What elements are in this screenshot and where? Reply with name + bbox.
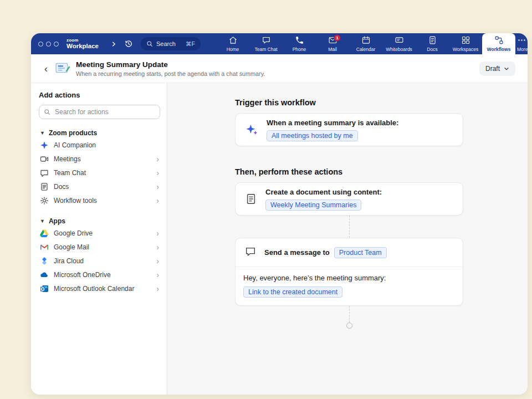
chevron-right-icon: › (156, 155, 159, 163)
ai-sparkle-icon (244, 122, 259, 137)
calendar-icon (361, 35, 371, 45)
draft-status-dropdown[interactable]: Draft (479, 62, 515, 76)
action-message-title: Send a message to (264, 248, 330, 257)
nav-tab-more[interactable]: More (515, 33, 528, 54)
section-zoom-products[interactable]: ▼ Zoom products (39, 128, 160, 138)
chevron-right-icon: › (156, 285, 159, 293)
sidebar-item-label: Google Drive (54, 229, 93, 237)
workflow-flow-column: Trigger this workflow When a meeting sum… (235, 83, 463, 329)
actions-search-box[interactable] (39, 105, 160, 119)
window-control-circle[interactable] (54, 42, 59, 47)
section-apps[interactable]: ▼ Apps (39, 216, 160, 226)
nav-tab-mail[interactable]: 1 Mail (316, 33, 349, 54)
nav-tabs: Home Team Chat Phone 1 Mail Calend (216, 33, 528, 54)
nav-tab-label: Phone (293, 47, 306, 52)
whiteboard-icon (395, 35, 404, 45)
chevron-right-icon: › (156, 271, 159, 279)
nav-tab-label: Team Chat (254, 47, 277, 52)
gear-icon (40, 196, 49, 205)
actions-heading: Then, perform these actions (235, 167, 463, 176)
nav-tab-label: Home (227, 47, 239, 52)
chevron-down-icon (504, 66, 509, 71)
nav-tab-label: Workflows (487, 47, 511, 52)
caret-down-icon: ▼ (40, 218, 45, 224)
main-body: Add actions ▼ Zoom products AI Companion (31, 83, 528, 395)
workflow-title: Meeting Summary Update (76, 60, 265, 69)
actions-search-input[interactable] (54, 108, 155, 116)
sidebar-item-label: Microsoft Outlook Calendar (54, 285, 134, 293)
message-link-tag[interactable]: Link to the created document (243, 287, 342, 298)
sidebar-item-meetings[interactable]: Meetings › (39, 152, 160, 166)
sidebar-item-microsoft-onedrive[interactable]: Microsoft OneDrive › (39, 268, 160, 282)
chevron-right-icon: › (156, 183, 159, 191)
onedrive-icon (40, 270, 49, 279)
sidebar-heading: Add actions (39, 91, 160, 99)
sidebar-item-label: AI Companion (54, 141, 96, 149)
sidebar-item-ai-companion[interactable]: AI Companion (39, 138, 160, 152)
team-chat-icon (262, 35, 271, 45)
sidebar-item-google-mail[interactable]: Google Mail › (39, 240, 160, 254)
action-card-send-message[interactable]: Send a message to Product Team Hey, ever… (235, 238, 463, 306)
nav-tab-label: Calendar (356, 47, 376, 52)
sidebar-item-label: Workflow tools (54, 197, 97, 204)
sidebar-item-label: Docs (54, 183, 69, 191)
home-icon (228, 35, 238, 45)
nav-tab-workspaces[interactable]: Workspaces (449, 33, 482, 54)
zoom-workplace-window: zoom Workplace Search ⌘F Home (31, 33, 528, 395)
nav-tab-label: Whiteboards (386, 47, 412, 52)
history-icon (124, 39, 133, 48)
workflow-header: ‹ Meeting Summary Update When a recurrin… (31, 54, 528, 83)
zoom-workplace-logo: zoom Workplace (66, 38, 99, 50)
sidebar-item-jira-cloud[interactable]: Jira Cloud › (39, 254, 160, 268)
document-icon (40, 182, 49, 191)
workflow-thumbnail-icon (55, 62, 70, 75)
window-control-circle[interactable] (38, 42, 43, 47)
sidebar-item-workflow-tools[interactable]: Workflow tools › (39, 193, 160, 207)
message-text: Hey, everyone, here’s the meeting summar… (243, 274, 455, 282)
gmail-icon (40, 243, 49, 252)
video-camera-icon (40, 155, 49, 163)
sidebar-item-label: Meetings (54, 155, 81, 163)
nav-tab-team-chat[interactable]: Team Chat (249, 33, 283, 54)
sidebar-item-label: Team Chat (54, 169, 86, 177)
sidebar-item-microsoft-outlook-calendar[interactable]: Microsoft Outlook Calendar › (39, 282, 160, 295)
search-shortcut: ⌘F (186, 40, 195, 47)
action-card-create-document[interactable]: Create a document using content: Weekly … (235, 182, 463, 216)
document-content-tag[interactable]: Weekly Meeting Summaries (265, 200, 361, 211)
chevron-right-icon: › (156, 197, 159, 204)
sidebar-item-docs[interactable]: Docs › (39, 180, 160, 193)
history-button[interactable] (124, 39, 133, 48)
section-title: Zoom products (49, 129, 97, 137)
sidebar-item-team-chat[interactable]: Team Chat › (39, 166, 160, 180)
workflow-subtitle: When a recurring meeting starts, post th… (76, 70, 265, 77)
trigger-card[interactable]: When a meeting summary is available: All… (235, 113, 463, 146)
nav-tab-workflows[interactable]: Workflows (482, 33, 515, 54)
nav-tab-docs[interactable]: Docs (416, 33, 449, 54)
nav-left-cluster: zoom Workplace Search ⌘F (31, 33, 201, 54)
message-recipient-tag[interactable]: Product Team (334, 247, 387, 258)
search-icon (146, 40, 153, 47)
search-label: Search (156, 40, 176, 47)
trigger-scope-tag[interactable]: All meetings hosted by me (267, 130, 358, 141)
nav-tab-phone[interactable]: Phone (283, 33, 316, 54)
section-title: Apps (49, 217, 65, 225)
nav-tab-home[interactable]: Home (216, 33, 249, 54)
connector-dashed-line (349, 216, 350, 238)
trigger-card-title: When a meeting summary is available: (267, 119, 398, 127)
back-button[interactable]: ‹ (41, 62, 51, 76)
global-search-button[interactable]: Search ⌘F (141, 37, 201, 50)
nav-tab-calendar[interactable]: Calendar (349, 33, 382, 54)
outlook-calendar-icon (40, 284, 49, 293)
logo-zoom-text: zoom (66, 38, 99, 43)
nav-tab-label: More (517, 47, 528, 52)
nav-tab-whiteboards[interactable]: Whiteboards (382, 33, 416, 54)
chevron-right-icon: › (156, 229, 159, 237)
ellipsis-icon (517, 35, 526, 45)
window-control-circle[interactable] (46, 42, 51, 47)
nav-expand-button[interactable] (111, 41, 117, 47)
sidebar-item-google-drive[interactable]: Google Drive › (39, 226, 160, 240)
flow-end-node (346, 323, 352, 329)
chevron-right-icon: › (156, 169, 159, 177)
mail-unread-badge: 1 (334, 34, 341, 42)
nav-tab-label: Workspaces (453, 47, 479, 52)
